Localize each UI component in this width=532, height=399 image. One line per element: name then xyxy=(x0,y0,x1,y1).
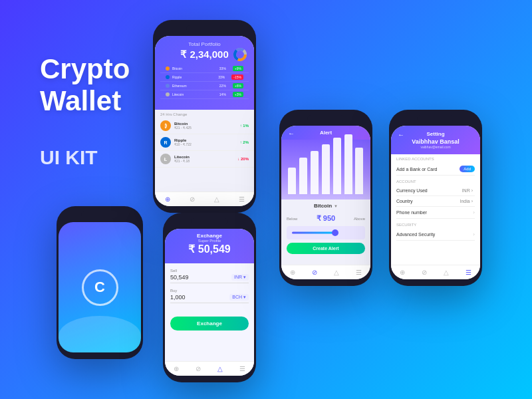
nav-chart-icon4[interactable]: △ xyxy=(444,269,449,276)
section-label: 24 Hrs Change xyxy=(155,110,254,118)
nav-menu-icon4[interactable]: ☰ xyxy=(466,269,471,276)
home-header: Total Portfolio ₹ 2,34,000 Bitcoin 33% +… xyxy=(155,36,254,110)
back-arrow[interactable]: ← xyxy=(288,130,295,137)
nav-alert-icon[interactable]: ⊘ xyxy=(190,196,195,203)
alert-screen: ← Alert Bitcoin ▼ Below ₹ 950 Above xyxy=(281,126,370,279)
nav-home-icon3[interactable]: ⊕ xyxy=(290,269,295,276)
coin-info-ripple: Ripple ₹10 - ₹.722 xyxy=(174,138,240,146)
phone-arrow: › xyxy=(473,209,475,215)
buy-value[interactable]: 1,000 xyxy=(170,294,229,301)
exchange-header: Exchange Super Profile ₹ 50,549 xyxy=(165,229,254,263)
phone-home: Total Portfolio ₹ 2,34,000 Bitcoin 33% +… xyxy=(153,20,256,213)
ripple-icon: R xyxy=(160,137,171,148)
nav-home-icon[interactable]: ⊕ xyxy=(165,196,170,203)
buy-label: Buy xyxy=(170,289,249,293)
alert-title: Alert xyxy=(320,130,332,136)
nav-alert-icon4[interactable]: ⊘ xyxy=(422,269,427,276)
litecoin-icon: Ł xyxy=(160,154,171,164)
security-section-title: Security xyxy=(396,223,475,227)
add-bank-label: Add a Bank or Card xyxy=(396,167,460,172)
dot-ripple xyxy=(166,75,170,79)
country-label: Country xyxy=(396,199,460,203)
nav-menu-icon[interactable]: ☰ xyxy=(239,196,245,203)
exchange-bottom-nav: ⊕ ⊘ △ ☰ xyxy=(165,361,254,376)
exchange-balance: ₹ 50,549 xyxy=(170,243,249,255)
sell-row: 50,549 INR ▾ xyxy=(170,274,249,283)
sell-currency[interactable]: INR ▾ xyxy=(231,274,249,281)
security-item[interactable]: Advanced Security › xyxy=(396,229,475,241)
sell-value[interactable]: 50,549 xyxy=(170,274,231,281)
settings-title: Setting xyxy=(396,131,475,137)
linked-accounts-section: Linked Accounts Add a Bank or Card Add xyxy=(391,154,480,177)
home-coin-table: Bitcoin 33% +9% Ripple 33% -15% Ethereum… xyxy=(160,65,249,99)
splash-screen: C xyxy=(59,222,141,352)
slider-thumb[interactable] xyxy=(332,229,338,236)
dot-ethereum xyxy=(166,84,170,88)
alert-price-value: ₹ 950 xyxy=(313,214,338,223)
exchange-screen: Exchange Super Profile ₹ 50,549 Sell 50,… xyxy=(165,229,254,376)
nav-home-icon4[interactable]: ⊕ xyxy=(400,269,405,276)
country-item[interactable]: Country India › xyxy=(396,196,475,207)
currency-label: Currency Used xyxy=(396,188,462,193)
account-section-title: Account xyxy=(396,180,475,184)
list-item: ₿ Bitcoin ₹21 - ₹.425 ↑ 1% xyxy=(155,118,254,134)
create-alert-button[interactable]: Create Alert xyxy=(287,243,365,254)
below-label: Below xyxy=(287,217,313,221)
exchange-form: Sell 50,549 INR ▾ Buy 1,000 BCH ▾ Exchan… xyxy=(165,263,254,336)
exchange-button[interactable]: Exchange xyxy=(170,317,249,331)
add-button[interactable]: Add xyxy=(460,166,475,172)
phone-exchange: Exchange Super Profile ₹ 50,549 Sell 50,… xyxy=(163,213,256,382)
bar-6 xyxy=(344,134,352,194)
home-bottom-nav: ⊕ ⊘ △ ☰ xyxy=(155,192,254,206)
buy-row: 1,000 BCH ▾ xyxy=(170,294,249,303)
coin-name: Bitcoin xyxy=(314,203,332,209)
sell-label: Sell xyxy=(170,269,249,273)
nav-home-icon2[interactable]: ⊕ xyxy=(174,365,179,372)
nav-menu-icon3[interactable]: ☰ xyxy=(356,269,362,276)
security-arrow: › xyxy=(473,231,475,237)
alert-bottom-nav: ⊕ ⊘ △ ☰ xyxy=(281,265,370,279)
nav-alert-icon2[interactable]: ⊘ xyxy=(196,365,201,372)
table-row: Ethereum 22% +6% xyxy=(160,82,249,90)
bar-2 xyxy=(299,158,307,194)
splash-logo: C xyxy=(82,269,118,306)
settings-back-arrow[interactable]: ← xyxy=(398,131,404,138)
coin-selector[interactable]: Bitcoin ▼ xyxy=(281,200,370,212)
exchange-title: Exchange xyxy=(170,233,249,239)
add-bank-item[interactable]: Add a Bank or Card Add xyxy=(396,163,475,176)
hero-subtitle: UI KIT xyxy=(40,146,98,169)
nav-alert-icon3[interactable]: ⊘ xyxy=(312,269,317,276)
bitcoin-icon: ₿ xyxy=(160,120,171,131)
nav-chart-icon2[interactable]: △ xyxy=(217,365,223,372)
coin-info-bitcoin: Bitcoin ₹21 - ₹.425 xyxy=(174,122,240,130)
exchange-subtitle: Super Profile xyxy=(170,239,249,243)
above-label: Above xyxy=(339,217,365,221)
user-email: vaibhav@email.com xyxy=(396,145,475,149)
account-section: Account Currency Used INR › Country Indi… xyxy=(391,177,480,220)
buy-currency[interactable]: BCH ▾ xyxy=(229,294,249,301)
alert-price-row: Below ₹ 950 Above xyxy=(281,212,370,225)
nav-menu-icon2[interactable]: ☰ xyxy=(239,365,245,372)
user-name: Vaibhhav Bansal xyxy=(396,138,475,145)
dot-litecoin xyxy=(166,92,170,96)
phone-splash: C xyxy=(57,206,143,359)
alert-header: ← Alert xyxy=(281,126,370,140)
bar-5 xyxy=(333,138,341,194)
bar-7 xyxy=(355,148,363,194)
dot-bitcoin xyxy=(166,66,170,70)
nav-chart-icon[interactable]: △ xyxy=(214,196,219,203)
linked-section-title: Linked Accounts xyxy=(396,157,475,161)
home-balance: ₹ 2,34,000 xyxy=(160,49,249,61)
currency-value: INR › xyxy=(462,188,473,193)
phone-alert: ← Alert Bitcoin ▼ Below ₹ 950 Above xyxy=(279,110,372,286)
dropdown-icon: ▼ xyxy=(334,204,338,208)
phone-settings: ← Setting Vaibhhav Bansal vaibhav@email.… xyxy=(389,110,482,286)
slider-fill xyxy=(292,232,335,234)
settings-bottom-nav: ⊕ ⊘ △ ☰ xyxy=(391,265,480,279)
nav-chart-icon3[interactable]: △ xyxy=(334,269,339,276)
phone-item[interactable]: Phone number › xyxy=(396,207,475,219)
currency-item[interactable]: Currency Used INR › xyxy=(396,186,475,196)
table-row: Litecoin 14% +3% xyxy=(160,90,249,99)
alert-slider[interactable] xyxy=(287,226,365,239)
alert-chart xyxy=(281,140,370,200)
